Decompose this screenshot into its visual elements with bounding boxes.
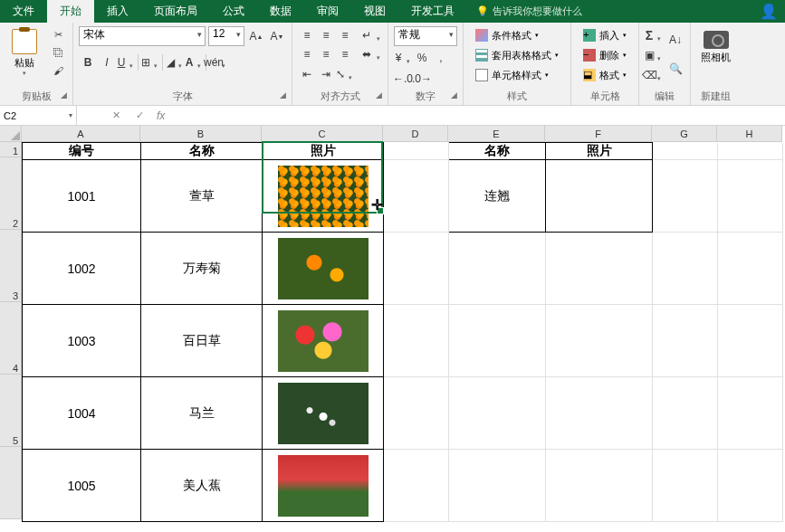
cell-B3[interactable]: 万寿菊 bbox=[141, 233, 263, 305]
font-name-select[interactable]: 宋体 bbox=[79, 26, 206, 46]
row-head-6[interactable] bbox=[0, 447, 22, 519]
cell-C2[interactable] bbox=[263, 160, 384, 233]
row-head-3[interactable]: 3 bbox=[0, 230, 22, 302]
cell-F3[interactable] bbox=[546, 233, 653, 305]
insert-cells-button[interactable]: +插入▾ bbox=[577, 26, 633, 44]
cell-G1[interactable] bbox=[653, 143, 718, 160]
indent-increase[interactable]: ⇥ bbox=[317, 65, 335, 83]
col-head-g[interactable]: G bbox=[652, 126, 717, 142]
italic-button[interactable]: I bbox=[98, 53, 116, 71]
cell-A5[interactable]: 1004 bbox=[23, 377, 141, 450]
underline-button[interactable]: U bbox=[117, 53, 135, 71]
tab-formulas[interactable]: 公式 bbox=[210, 0, 257, 23]
cell-D6[interactable] bbox=[384, 450, 449, 522]
find-button[interactable]: 🔍 bbox=[666, 55, 684, 82]
font-launcher[interactable]: ◢ bbox=[280, 88, 286, 102]
cell-D1[interactable] bbox=[384, 143, 449, 160]
cell-B1[interactable]: 名称 bbox=[141, 143, 263, 160]
percent-button[interactable]: % bbox=[413, 49, 431, 67]
grow-font-button[interactable]: A▲ bbox=[247, 27, 265, 45]
row-head-5[interactable]: 5 bbox=[0, 375, 22, 447]
cell-B4[interactable]: 百日草 bbox=[141, 305, 263, 377]
paste-button[interactable]: 粘贴 ▾ bbox=[5, 26, 43, 89]
cell-G2[interactable] bbox=[653, 160, 718, 233]
align-middle[interactable]: ≡ bbox=[317, 26, 335, 44]
cancel-formula[interactable]: ✕ bbox=[108, 109, 124, 121]
cell-G3[interactable] bbox=[653, 233, 718, 305]
cell-E5[interactable] bbox=[449, 377, 546, 450]
align-right[interactable]: ≡ bbox=[336, 45, 354, 63]
cell-A3[interactable]: 1002 bbox=[23, 233, 141, 305]
tab-review[interactable]: 审阅 bbox=[304, 0, 351, 23]
cut-button[interactable]: ✂ bbox=[49, 26, 67, 43]
cell-H5[interactable] bbox=[718, 377, 783, 450]
format-cells-button[interactable]: ⬓格式▾ bbox=[577, 66, 633, 84]
tell-me-search[interactable]: 💡告诉我你想要做什么 bbox=[476, 5, 582, 18]
fill-color-button[interactable]: ◢ bbox=[166, 53, 184, 71]
tab-insert[interactable]: 插入 bbox=[94, 0, 141, 23]
cell-C3[interactable] bbox=[263, 233, 384, 305]
cell-B5[interactable]: 马兰 bbox=[141, 377, 263, 450]
tab-dev[interactable]: 开发工具 bbox=[398, 0, 467, 23]
share-icon[interactable]: 👤 bbox=[760, 3, 778, 20]
cell-F1[interactable]: 照片 bbox=[546, 143, 653, 160]
cell-D5[interactable] bbox=[384, 377, 449, 450]
merge-button[interactable]: ⬌ bbox=[360, 45, 382, 63]
tab-file[interactable]: 文件 bbox=[0, 0, 47, 23]
cell-A1[interactable]: 编号 bbox=[23, 143, 141, 160]
font-color-button[interactable]: A bbox=[185, 53, 203, 71]
cell-H4[interactable] bbox=[718, 305, 783, 377]
tab-home[interactable]: 开始 bbox=[47, 0, 94, 23]
border-button[interactable]: ⊞ bbox=[141, 53, 159, 71]
cell-C1[interactable]: 照片 bbox=[263, 143, 384, 160]
delete-cells-button[interactable]: −删除▾ bbox=[577, 46, 633, 64]
increase-decimal[interactable]: ←.0 bbox=[394, 70, 412, 88]
number-launcher[interactable]: ◢ bbox=[451, 88, 457, 102]
align-left[interactable]: ≡ bbox=[298, 45, 316, 63]
cell-G4[interactable] bbox=[653, 305, 718, 377]
cell-A2[interactable]: 1001 bbox=[23, 160, 141, 233]
cell-H2[interactable] bbox=[718, 160, 783, 233]
cell-F4[interactable] bbox=[546, 305, 653, 377]
cell-B2[interactable]: 萱草 bbox=[141, 160, 263, 233]
cell-E6[interactable] bbox=[449, 450, 546, 522]
col-head-e[interactable]: E bbox=[448, 126, 545, 142]
cell-G6[interactable] bbox=[653, 450, 718, 522]
cell-E4[interactable] bbox=[449, 305, 546, 377]
format-painter-button[interactable]: 🖌 bbox=[49, 62, 67, 79]
cell-G5[interactable] bbox=[653, 377, 718, 450]
font-size-select[interactable]: 12 bbox=[208, 26, 244, 46]
cell-F2[interactable] bbox=[546, 160, 653, 233]
col-head-f[interactable]: F bbox=[545, 126, 652, 142]
tab-layout[interactable]: 页面布局 bbox=[141, 0, 210, 23]
phonetic-button[interactable]: wén bbox=[209, 53, 227, 71]
select-all-corner[interactable] bbox=[0, 126, 22, 142]
align-top[interactable]: ≡ bbox=[298, 26, 316, 44]
cell-C4[interactable] bbox=[263, 305, 384, 377]
col-head-d[interactable]: D bbox=[383, 126, 448, 142]
cell-C5[interactable] bbox=[263, 377, 384, 450]
clear-button[interactable]: ⌫ bbox=[645, 66, 663, 84]
indent-decrease[interactable]: ⇤ bbox=[298, 65, 316, 83]
cell-H6[interactable] bbox=[718, 450, 783, 522]
col-head-c[interactable]: C bbox=[262, 126, 383, 142]
formula-bar[interactable] bbox=[170, 109, 785, 122]
cell-F5[interactable] bbox=[546, 377, 653, 450]
row-head-1[interactable]: 1 bbox=[0, 142, 22, 157]
tab-data[interactable]: 数据 bbox=[257, 0, 304, 23]
cell-C6[interactable] bbox=[263, 450, 384, 522]
col-head-b[interactable]: B bbox=[140, 126, 262, 142]
tab-view[interactable]: 视图 bbox=[351, 0, 398, 23]
cell-B6[interactable]: 美人蕉 bbox=[141, 450, 263, 522]
currency-button[interactable]: ¥ bbox=[394, 49, 412, 67]
cell-E1[interactable]: 名称 bbox=[449, 143, 546, 160]
enter-formula[interactable]: ✓ bbox=[131, 109, 148, 121]
col-head-h[interactable]: H bbox=[717, 126, 782, 142]
bold-button[interactable]: B bbox=[79, 53, 97, 71]
cell-D3[interactable] bbox=[384, 233, 449, 305]
align-bottom[interactable]: ≡ bbox=[336, 26, 354, 44]
cell-H3[interactable] bbox=[718, 233, 783, 305]
fill-button[interactable]: ▣ bbox=[645, 46, 663, 64]
number-format-select[interactable]: 常规 bbox=[394, 26, 457, 46]
align-launcher[interactable]: ◢ bbox=[376, 88, 382, 102]
